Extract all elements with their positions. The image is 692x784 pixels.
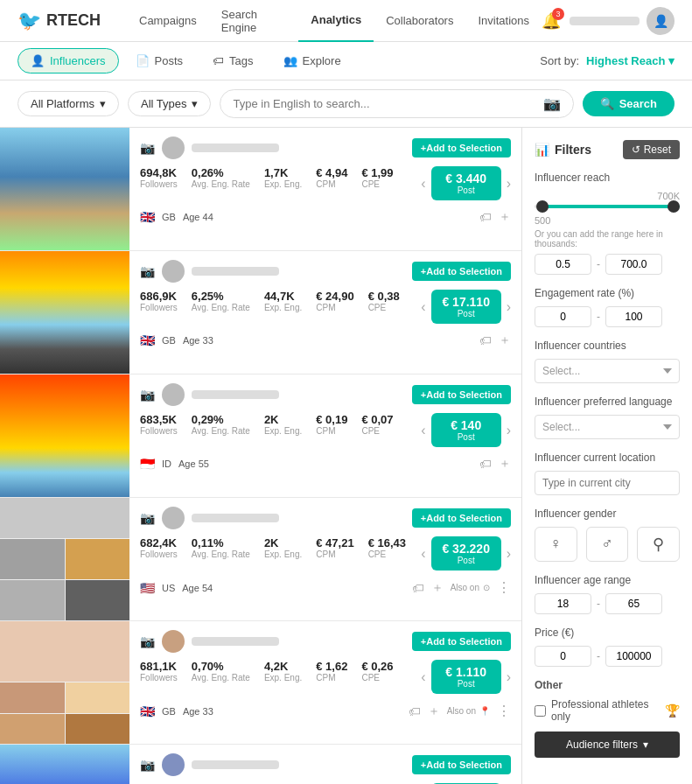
engagement-range-inputs: - <box>535 306 680 327</box>
price-max-input[interactable] <box>605 646 662 667</box>
exp-eng-value: 1,7K <box>264 166 302 179</box>
gender-female-button[interactable]: ♀ <box>535 527 577 562</box>
cpm-value: € 4,94 <box>316 166 347 179</box>
reset-button[interactable]: ↺ Reset <box>623 140 680 159</box>
price-prev-button[interactable]: ‹ <box>421 423 425 438</box>
card-footer: 🇺🇸 US Age 54 🏷 ＋ Also on ⊙ ⋮ <box>140 579 511 596</box>
countries-filter: Influencer countries Select... <box>535 340 680 383</box>
reach-slider[interactable] <box>535 205 680 208</box>
gender-filter: Influencer gender ♀ ♂ ⚲ <box>535 508 680 562</box>
other-label: Other <box>535 679 680 691</box>
sort-label: Sort by: <box>540 54 579 67</box>
price-display: € 17.110 Post <box>431 290 501 324</box>
price-filter: Price (€) - <box>535 626 680 667</box>
tag-button[interactable]: 🏷 <box>479 457 492 471</box>
card-footer: 🇮🇩 ID Age 55 🏷 ＋ <box>140 456 511 472</box>
engagement-min-input[interactable] <box>535 306 591 327</box>
also-on-label: Also on 📍 <box>447 706 490 716</box>
city-input[interactable] <box>535 471 680 495</box>
add-to-selection-button[interactable]: +Add to Selection <box>412 138 511 158</box>
add-tag-button[interactable]: ＋ <box>499 332 511 348</box>
tag-button[interactable]: 🏷 <box>412 581 424 595</box>
audience-filters-button[interactable]: Audience filters ▾ <box>535 732 680 758</box>
card-footer: 🇬🇧 GB Age 33 🏷 ＋ Also on 📍 ⋮ <box>140 703 511 719</box>
location-filter: Influencer current location <box>535 452 680 495</box>
cpm-stat: € 0,19 CPM <box>316 413 347 447</box>
exp-eng-stat: 4,2K Exp. Eng. <box>264 660 302 694</box>
pro-athletes-checkbox[interactable] <box>535 705 546 717</box>
tab-explore[interactable]: 👥 Explore <box>270 48 354 74</box>
nav-invitations[interactable]: Invitations <box>465 0 542 42</box>
search-button[interactable]: 🔍 Search <box>583 91 675 116</box>
price-next-button[interactable]: › <box>507 669 511 685</box>
price-next-button[interactable]: › <box>507 423 511 438</box>
add-to-selection-button[interactable]: +Add to Selection <box>412 632 511 651</box>
influencer-name <box>192 144 279 152</box>
gender-options: ♀ ♂ ⚲ <box>535 527 680 562</box>
tiktok-icon: ⊙ <box>483 583 490 592</box>
more-options-button[interactable]: ⋮ <box>497 579 511 596</box>
reach-min-thumb[interactable] <box>536 200 549 213</box>
price-next-button[interactable]: › <box>507 176 511 192</box>
price-prev-button[interactable]: ‹ <box>421 669 425 685</box>
notifications-button[interactable]: 🔔 3 <box>542 11 561 31</box>
tab-posts[interactable]: 📄 Posts <box>122 48 197 74</box>
price-min-input[interactable] <box>535 646 591 667</box>
more-options-button[interactable]: ⋮ <box>497 703 511 719</box>
tag-button[interactable]: 🏷 <box>479 210 492 224</box>
platform-select[interactable]: All Platforms ▾ <box>17 91 119 116</box>
add-to-selection-button[interactable]: +Add to Selection <box>412 755 511 774</box>
gender-male-button[interactable]: ♂ <box>586 527 629 562</box>
add-to-selection-button[interactable]: +Add to Selection <box>412 508 511 528</box>
language-filter: Influencer preferred language Select... <box>535 396 680 439</box>
add-tag-button[interactable]: ＋ <box>431 580 444 596</box>
countries-select[interactable]: Select... <box>535 359 680 383</box>
chevron-down-icon: ▾ <box>192 97 198 110</box>
card-content: 📷 +Add to Selection 681,1K Followers 0,7… <box>129 621 521 744</box>
add-to-selection-button[interactable]: +Add to Selection <box>412 262 511 281</box>
tab-tags[interactable]: 🏷 Tags <box>199 48 266 74</box>
reach-max-thumb[interactable] <box>668 200 680 213</box>
nav-collaborators[interactable]: Collaborators <box>374 0 465 42</box>
trophy-icon: 🏆 <box>665 704 680 718</box>
add-to-selection-button[interactable]: +Add to Selection <box>412 385 511 404</box>
reach-max-input[interactable] <box>605 254 662 275</box>
price-prev-button[interactable]: ‹ <box>421 546 425 562</box>
price-prev-button[interactable]: ‹ <box>421 299 425 315</box>
gender-other-button[interactable]: ⚲ <box>637 527 680 562</box>
reach-min-input[interactable] <box>535 254 591 275</box>
followers-stat: 683,5K Followers <box>140 413 178 447</box>
price-next-button[interactable]: › <box>507 546 511 562</box>
also-on-label: Also on ⊙ <box>451 583 490 592</box>
add-tag-button[interactable]: ＋ <box>499 209 511 225</box>
price-prev-button[interactable]: ‹ <box>421 176 425 192</box>
camera-icon-button[interactable]: 📷 <box>543 95 561 112</box>
cpe-stat: € 0,07 CPE <box>361 413 393 447</box>
price-next-button[interactable]: › <box>507 299 511 315</box>
logo: 🐦 RTECH <box>17 10 101 32</box>
search-input[interactable] <box>233 97 535 110</box>
tag-button[interactable]: 🏷 <box>479 333 492 347</box>
reset-icon: ↺ <box>632 144 640 156</box>
age-max-input[interactable] <box>605 593 662 614</box>
engagement-filter-label: Engagement rate (%) <box>535 287 680 299</box>
age-min-input[interactable] <box>535 593 591 614</box>
language-filter-label: Influencer preferred language <box>535 396 680 408</box>
cpe-stat: € 1,99 CPE <box>361 166 393 200</box>
add-tag-button[interactable]: ＋ <box>499 456 511 472</box>
engagement-max-input[interactable] <box>605 306 662 327</box>
type-select[interactable]: All Types ▾ <box>128 91 212 116</box>
stats-row: 686,9K Followers 6,25% Avg. Eng. Rate 44… <box>140 290 511 324</box>
add-tag-button[interactable]: ＋ <box>428 704 440 719</box>
nav-analytics[interactable]: Analytics <box>298 0 374 42</box>
influencer-name <box>192 760 279 769</box>
price-value: € 3.440 <box>442 172 491 186</box>
nav-campaigns[interactable]: Campaigns <box>127 0 209 42</box>
language-select[interactable]: Select... <box>535 415 680 439</box>
tag-button[interactable]: 🏷 <box>409 704 421 718</box>
user-info: 👤 <box>570 7 675 35</box>
sort-dropdown[interactable]: Highest Reach ▾ <box>586 54 675 67</box>
nav-search-engine[interactable]: Search Engine <box>209 0 299 42</box>
instagram-icon: 📷 <box>140 264 155 278</box>
tab-influencers[interactable]: 👤 Influencers <box>17 48 119 74</box>
